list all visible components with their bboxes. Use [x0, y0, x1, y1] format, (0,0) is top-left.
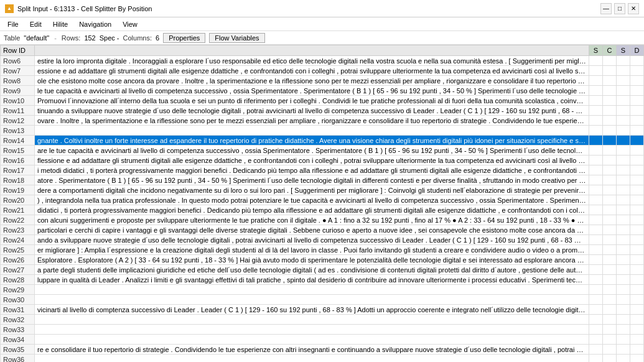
table-row[interactable]: Row20) , integrandola nella tua pratica …: [1, 195, 644, 205]
col-header-c[interactable]: C: [603, 45, 617, 56]
menu-edit[interactable]: Edit: [25, 19, 47, 29]
row-status-cell: [617, 265, 630, 275]
table-row[interactable]: Row32: [1, 315, 644, 325]
table-row[interactable]: Row33: [1, 325, 644, 335]
table-container[interactable]: Row ID S C S D Row6estire la loro impron…: [0, 45, 644, 362]
table-row[interactable]: Row8ole che esistono molte cose ancora d…: [1, 76, 644, 86]
table-row[interactable]: Row27a parte degli studenti delle implic…: [1, 265, 644, 275]
row-id-cell: Row20: [1, 195, 35, 205]
row-id-cell: Row12: [1, 116, 35, 126]
maximize-button[interactable]: □: [614, 3, 625, 14]
row-status-cell: [630, 146, 644, 155]
row-status-cell: [617, 315, 630, 325]
menu-view[interactable]: View: [118, 19, 142, 29]
row-text-cell: re e consolidare il tuo repertorio di st…: [35, 345, 589, 355]
table-row[interactable]: Row24ando a sviluppare nuove strategie d…: [1, 235, 644, 245]
table-row[interactable]: Row15are le tue capacità e avvicinarti a…: [1, 146, 644, 155]
row-text-cell: ovare . Inoltre , la sperimentazione e l…: [35, 116, 589, 126]
row-id-cell: Row26: [1, 255, 35, 265]
row-status-cell: [617, 86, 630, 96]
row-status-cell: [630, 245, 644, 255]
row-id-cell: Row19: [1, 185, 35, 195]
menu-hilite[interactable]: Hilite: [48, 19, 73, 29]
menu-file[interactable]: File: [2, 19, 24, 29]
table-row[interactable]: Row6estire la loro impronta digitale . I…: [1, 56, 644, 66]
row-status-cell: [630, 305, 644, 315]
table-row[interactable]: Row28luppare in qualità di Leader . Anal…: [1, 275, 644, 285]
title-bar-left: ▲ Split Input - 6:1313 - Cell Splitter B…: [5, 4, 152, 13]
table-row[interactable]: Row18atore . Sperimentatore ( B 1 ) [ 65…: [1, 175, 644, 185]
row-text-cell: flessione e ad addattare gli strumenti d…: [35, 155, 589, 165]
row-status-cell: [617, 106, 630, 116]
table-row[interactable]: Row12ovare . Inoltre , la sperimentazion…: [1, 116, 644, 126]
row-status-cell: [630, 136, 644, 146]
row-status-cell: [617, 165, 630, 175]
row-id-cell: Row24: [1, 235, 35, 245]
row-text-cell: er migliorare ] : Amplia l´espressione e…: [35, 245, 589, 255]
row-id-cell: Row16: [1, 155, 35, 165]
table-row[interactable]: Row30: [1, 295, 644, 305]
row-status-cell: [589, 195, 603, 205]
row-status-cell: [603, 175, 617, 185]
table-row[interactable]: Row16flessione e ad addattare gli strume…: [1, 155, 644, 165]
row-status-cell: [603, 165, 617, 175]
col-header-row-id[interactable]: Row ID: [1, 45, 35, 56]
row-text-cell: luppare in qualità di Leader . Analizzi …: [35, 275, 589, 285]
rows-value: 152: [84, 34, 95, 42]
flow-variables-button[interactable]: Flow Variables: [209, 33, 264, 43]
table-row[interactable]: Row34: [1, 335, 644, 345]
table-row[interactable]: Row29: [1, 285, 644, 295]
properties-button[interactable]: Properties: [163, 33, 205, 43]
row-status-cell: [603, 265, 617, 275]
table-row[interactable]: Row22con alcuni suggerimenti e proposte …: [1, 215, 644, 225]
row-text-cell: are le tue capacità e avvicinarti al liv…: [35, 146, 589, 155]
row-status-cell: [603, 245, 617, 255]
row-status-cell: [630, 126, 644, 136]
row-id-cell: Row35: [1, 345, 35, 355]
row-id-cell: Row25: [1, 245, 35, 255]
table-row[interactable]: Row9le tue capacità e avvicinarti al liv…: [1, 86, 644, 96]
table-row[interactable]: Row36: [1, 355, 644, 363]
row-status-cell: [617, 305, 630, 315]
row-status-cell: [630, 76, 644, 86]
table-row[interactable]: Row10Promuovi l´innovazione all´interno …: [1, 96, 644, 106]
col-header-s2[interactable]: S: [617, 45, 630, 56]
table-row[interactable]: Row25er migliorare ] : Amplia l´espressi…: [1, 245, 644, 255]
col-header-text: [35, 45, 589, 56]
row-text-cell: i metodi didatici , ti porterà progressi…: [35, 165, 589, 175]
col-header-s[interactable]: S: [589, 45, 603, 56]
table-row[interactable]: Row31vicinarti al livello di comptenza s…: [1, 305, 644, 315]
row-status-cell: [603, 355, 617, 363]
row-id-cell: Row31: [1, 305, 35, 315]
table-row[interactable]: Row23particolari e cerchi di capire i va…: [1, 225, 644, 235]
col-header-d[interactable]: D: [630, 45, 644, 56]
row-status-cell: [617, 345, 630, 355]
row-id-cell: Row13: [1, 126, 35, 136]
row-status-cell: [617, 275, 630, 285]
table-row[interactable]: Row35re e consolidare il tuo repertorio …: [1, 345, 644, 355]
row-status-cell: [589, 265, 603, 275]
table-header-row: Row ID S C S D: [1, 45, 644, 56]
row-status-cell: [603, 185, 617, 195]
row-status-cell: [603, 116, 617, 126]
table-row[interactable]: Row7essione e ad addattare gli strumenti…: [1, 66, 644, 76]
table-row[interactable]: Row14gnante . Coltivi inoltre un forte i…: [1, 136, 644, 146]
close-button[interactable]: ✕: [628, 3, 639, 14]
table-row[interactable]: Row26Esploratore . Esploratore ( A 2 ) […: [1, 255, 644, 265]
row-status-cell: [603, 315, 617, 325]
row-text-cell: con alcuni suggerimenti e proposte per s…: [35, 215, 589, 225]
table-row[interactable]: Row21didatici , ti porterà progressivame…: [1, 205, 644, 215]
table-row[interactable]: Row17i metodi didatici , ti porterà prog…: [1, 165, 644, 175]
row-status-cell: [603, 146, 617, 155]
table-row[interactable]: Row11tinuando a sviluppare nuove strateg…: [1, 106, 644, 116]
row-status-cell: [603, 126, 617, 136]
row-status-cell: [603, 275, 617, 285]
row-status-cell: [617, 146, 630, 155]
table-row[interactable]: Row13: [1, 126, 644, 136]
minimize-button[interactable]: —: [600, 3, 612, 14]
row-id-cell: Row10: [1, 96, 35, 106]
row-status-cell: [603, 345, 617, 355]
table-row[interactable]: Row19dere a comportamenti digitali che i…: [1, 185, 644, 195]
menu-navigation[interactable]: Navigation: [74, 19, 116, 29]
row-status-cell: [589, 76, 603, 86]
